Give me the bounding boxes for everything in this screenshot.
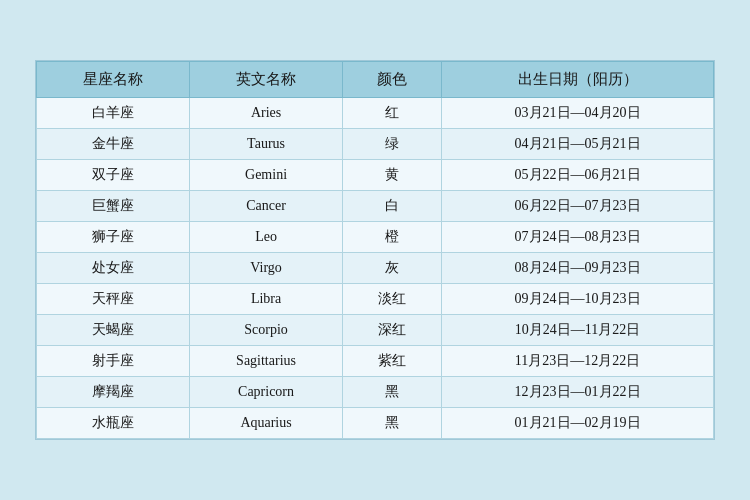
cell-english-name: Capricorn	[190, 377, 343, 408]
cell-dates: 11月23日—12月22日	[442, 346, 714, 377]
cell-chinese-name: 水瓶座	[37, 408, 190, 439]
cell-color: 白	[343, 191, 442, 222]
cell-dates: 10月24日—11月22日	[442, 315, 714, 346]
cell-chinese-name: 金牛座	[37, 129, 190, 160]
cell-chinese-name: 巨蟹座	[37, 191, 190, 222]
table-row: 双子座Gemini黄05月22日—06月21日	[37, 160, 714, 191]
cell-color: 紫红	[343, 346, 442, 377]
cell-english-name: Virgo	[190, 253, 343, 284]
cell-color: 橙	[343, 222, 442, 253]
cell-color: 红	[343, 98, 442, 129]
cell-english-name: Cancer	[190, 191, 343, 222]
cell-dates: 08月24日—09月23日	[442, 253, 714, 284]
cell-dates: 06月22日—07月23日	[442, 191, 714, 222]
cell-chinese-name: 射手座	[37, 346, 190, 377]
zodiac-table-container: 星座名称 英文名称 颜色 出生日期（阳历） 白羊座Aries红03月21日—04…	[35, 60, 715, 440]
table-row: 天蝎座Scorpio深红10月24日—11月22日	[37, 315, 714, 346]
table-header-row: 星座名称 英文名称 颜色 出生日期（阳历）	[37, 62, 714, 98]
cell-color: 深红	[343, 315, 442, 346]
cell-english-name: Gemini	[190, 160, 343, 191]
zodiac-table: 星座名称 英文名称 颜色 出生日期（阳历） 白羊座Aries红03月21日—04…	[36, 61, 714, 439]
table-row: 白羊座Aries红03月21日—04月20日	[37, 98, 714, 129]
cell-color: 灰	[343, 253, 442, 284]
cell-dates: 04月21日—05月21日	[442, 129, 714, 160]
cell-dates: 03月21日—04月20日	[442, 98, 714, 129]
table-row: 狮子座Leo橙07月24日—08月23日	[37, 222, 714, 253]
col-header-dates: 出生日期（阳历）	[442, 62, 714, 98]
cell-chinese-name: 处女座	[37, 253, 190, 284]
table-row: 金牛座Taurus绿04月21日—05月21日	[37, 129, 714, 160]
cell-color: 黑	[343, 408, 442, 439]
cell-color: 淡红	[343, 284, 442, 315]
table-row: 射手座Sagittarius紫红11月23日—12月22日	[37, 346, 714, 377]
cell-color: 黑	[343, 377, 442, 408]
table-row: 天秤座Libra淡红09月24日—10月23日	[37, 284, 714, 315]
cell-english-name: Aries	[190, 98, 343, 129]
col-header-chinese: 星座名称	[37, 62, 190, 98]
table-row: 巨蟹座Cancer白06月22日—07月23日	[37, 191, 714, 222]
cell-english-name: Scorpio	[190, 315, 343, 346]
cell-chinese-name: 狮子座	[37, 222, 190, 253]
cell-chinese-name: 摩羯座	[37, 377, 190, 408]
table-row: 处女座Virgo灰08月24日—09月23日	[37, 253, 714, 284]
cell-chinese-name: 白羊座	[37, 98, 190, 129]
cell-chinese-name: 天蝎座	[37, 315, 190, 346]
cell-english-name: Taurus	[190, 129, 343, 160]
table-row: 水瓶座Aquarius黑01月21日—02月19日	[37, 408, 714, 439]
table-row: 摩羯座Capricorn黑12月23日—01月22日	[37, 377, 714, 408]
cell-english-name: Aquarius	[190, 408, 343, 439]
cell-dates: 09月24日—10月23日	[442, 284, 714, 315]
cell-chinese-name: 天秤座	[37, 284, 190, 315]
cell-english-name: Libra	[190, 284, 343, 315]
cell-dates: 07月24日—08月23日	[442, 222, 714, 253]
cell-chinese-name: 双子座	[37, 160, 190, 191]
col-header-english: 英文名称	[190, 62, 343, 98]
cell-english-name: Sagittarius	[190, 346, 343, 377]
cell-color: 黄	[343, 160, 442, 191]
cell-dates: 05月22日—06月21日	[442, 160, 714, 191]
table-body: 白羊座Aries红03月21日—04月20日金牛座Taurus绿04月21日—0…	[37, 98, 714, 439]
col-header-color: 颜色	[343, 62, 442, 98]
cell-dates: 12月23日—01月22日	[442, 377, 714, 408]
cell-color: 绿	[343, 129, 442, 160]
cell-dates: 01月21日—02月19日	[442, 408, 714, 439]
cell-english-name: Leo	[190, 222, 343, 253]
